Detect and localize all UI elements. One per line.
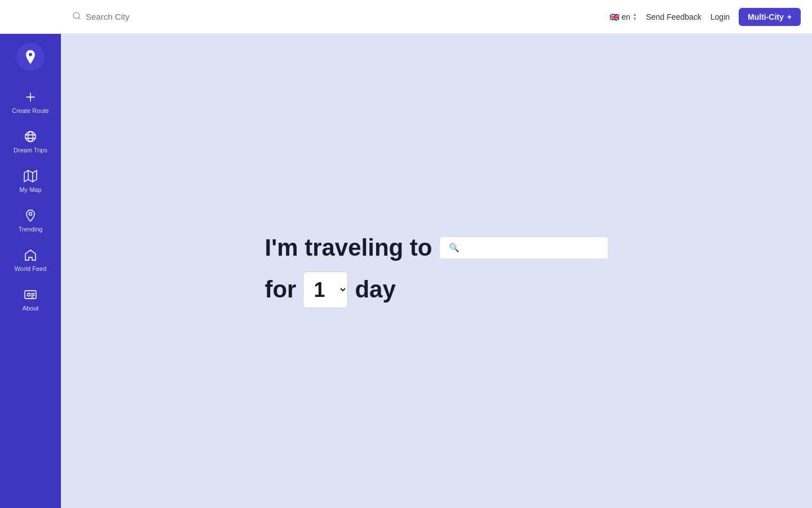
logo[interactable] (16, 43, 45, 71)
flag-icon: 🇬🇧 (610, 12, 619, 21)
header-right: 🇬🇧 en ▲ ▼ Send Feedback Login Multi-City… (610, 8, 801, 26)
header: 🇬🇧 en ▲ ▼ Send Feedback Login Multi-City… (0, 0, 812, 34)
home-icon (24, 248, 37, 262)
hero-text-line1: I'm traveling to (264, 234, 432, 262)
city-search-input[interactable] (86, 12, 255, 21)
login-button[interactable]: Login (710, 12, 730, 21)
multi-city-plus-icon: + (787, 12, 792, 21)
id-card-icon (24, 288, 37, 301)
send-feedback-link[interactable]: Send Feedback (646, 12, 701, 21)
sidebar-item-world-feed[interactable]: World Feed (0, 240, 61, 280)
hero-text-for: for (264, 275, 296, 304)
globe-icon (24, 130, 37, 143)
svg-line-1 (78, 17, 80, 19)
svg-point-11 (29, 213, 32, 216)
sidebar-item-create-route[interactable]: Create Route (0, 82, 61, 122)
svg-point-5 (28, 132, 33, 142)
lang-label: en (621, 12, 630, 21)
hero-row-2: for 1 2 3 4 5 7 10 14 day (264, 271, 608, 308)
sidebar-item-about[interactable]: About (0, 280, 61, 319)
svg-point-13 (28, 294, 30, 296)
svg-marker-8 (24, 170, 37, 182)
app-layout: Create Route Dream Trips My Map (0, 34, 812, 508)
location-pin-icon (24, 209, 37, 222)
sidebar-item-dream-trips[interactable]: Dream Trips (0, 122, 61, 161)
hero-text-day: day (355, 275, 395, 304)
destination-input[interactable] (464, 243, 599, 253)
map-icon (24, 169, 37, 183)
multi-city-label: Multi-City (748, 12, 784, 21)
header-search-area (72, 11, 610, 23)
sidebar: Create Route Dream Trips My Map (0, 34, 61, 508)
trending-label: Trending (18, 226, 42, 233)
plus-icon (24, 90, 37, 104)
multi-city-button[interactable]: Multi-City + (739, 8, 801, 26)
language-selector[interactable]: 🇬🇧 en ▲ ▼ (610, 12, 637, 21)
main-content: I'm traveling to 🔍 for 1 2 3 4 5 7 10 14 (61, 34, 812, 508)
magnifier-icon: 🔍 (449, 243, 460, 253)
sidebar-item-trending[interactable]: Trending (0, 201, 61, 240)
lang-arrows-icon: ▲ ▼ (633, 12, 637, 21)
hero-row-1: I'm traveling to 🔍 (264, 234, 608, 262)
logo-icon (23, 49, 38, 65)
search-icon (72, 11, 81, 23)
svg-point-4 (25, 132, 36, 142)
create-route-label: Create Route (12, 107, 48, 114)
about-label: About (23, 305, 39, 312)
destination-search-box[interactable]: 🔍 (439, 237, 608, 259)
my-map-label: My Map (19, 186, 41, 193)
hero-section: I'm traveling to 🔍 for 1 2 3 4 5 7 10 14 (264, 234, 608, 308)
dream-trips-label: Dream Trips (14, 147, 47, 154)
world-feed-label: World Feed (15, 265, 47, 272)
sidebar-item-my-map[interactable]: My Map (0, 161, 61, 201)
days-selector[interactable]: 1 2 3 4 5 7 10 14 (303, 271, 348, 308)
